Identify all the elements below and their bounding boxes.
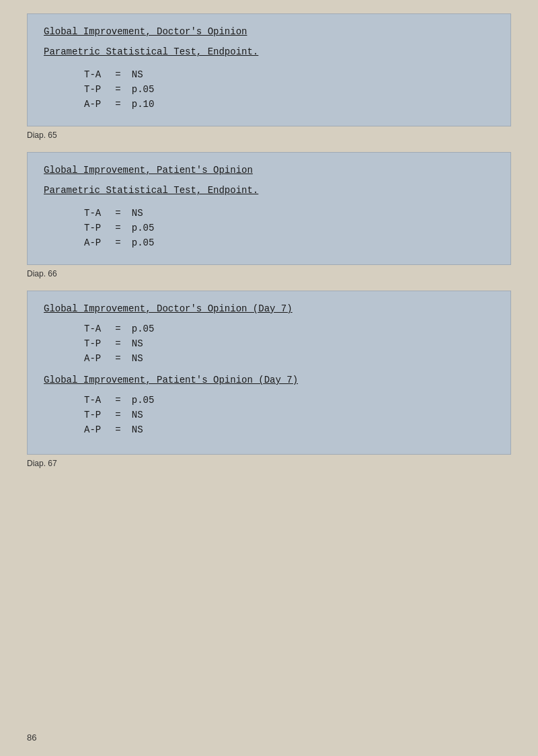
- card-3-row-2-3-key: A-P: [84, 424, 104, 435]
- card-1-row-2: T-P = p.05: [44, 84, 494, 95]
- card-2-row-1-key: T-A: [84, 208, 104, 219]
- card-3-title-1: Global Improvement, Doctor's Opinion (Da…: [44, 303, 494, 314]
- card-1-row-2-eq: =: [110, 84, 126, 95]
- card-3: Global Improvement, Doctor's Opinion (Da…: [27, 291, 511, 455]
- card-3-row-2-2-eq: =: [110, 410, 126, 420]
- card-2-row-2-key: T-P: [84, 223, 104, 233]
- card-3-section-2: Global Improvement, Patient's Opinion (D…: [44, 375, 494, 435]
- card-2-row-3-val: p.05: [132, 237, 155, 248]
- card-1-row-1-eq: =: [110, 69, 126, 80]
- card-3-row-2-1-eq: =: [110, 395, 126, 406]
- card-3-row-1-3-eq: =: [110, 353, 126, 364]
- page-number: 86: [27, 732, 36, 743]
- diap-3: Diap. 67: [27, 459, 511, 468]
- card-1-row-3-val: p.10: [132, 99, 155, 110]
- card-1-row-1-key: T-A: [84, 69, 104, 80]
- card-3-row-2-1-val: p.05: [132, 395, 155, 406]
- card-2-subtitle: Parametric Statistical Test, Endpoint.: [44, 185, 494, 196]
- card-2-row-2-val: p.05: [132, 223, 155, 233]
- card-3-row-2-2: T-P = NS: [44, 410, 494, 420]
- card-3-row-2-2-key: T-P: [84, 410, 104, 420]
- card-1-row-2-key: T-P: [84, 84, 104, 95]
- card-1-row-3-key: A-P: [84, 99, 104, 110]
- card-1-row-3: A-P = p.10: [44, 99, 494, 110]
- card-3-row-1-1-val: p.05: [132, 324, 155, 334]
- card-3-row-1-1-key: T-A: [84, 324, 104, 334]
- card-3-row-2-3-eq: =: [110, 424, 126, 435]
- card-3-row-1-2-key: T-P: [84, 338, 104, 349]
- card-2-row-2: T-P = p.05: [44, 223, 494, 233]
- card-3-row-1-3: A-P = NS: [44, 353, 494, 364]
- card-3-row-1-1: T-A = p.05: [44, 324, 494, 334]
- card-3-row-1-3-key: A-P: [84, 353, 104, 364]
- card-1: Global Improvement, Doctor's Opinion Par…: [27, 13, 511, 126]
- card-3-row-1-2-val: NS: [132, 338, 143, 349]
- card-3-row-1-1-eq: =: [110, 324, 126, 334]
- card-3-row-2-2-val: NS: [132, 410, 143, 420]
- card-1-row-2-val: p.05: [132, 84, 155, 95]
- card-2-row-1: T-A = NS: [44, 208, 494, 219]
- card-1-row-3-eq: =: [110, 99, 126, 110]
- card-3-section-1: Global Improvement, Doctor's Opinion (Da…: [44, 303, 494, 364]
- card-1-subtitle: Parametric Statistical Test, Endpoint.: [44, 46, 494, 57]
- card-1-title: Global Improvement, Doctor's Opinion: [44, 26, 494, 37]
- card-1-row-1: T-A = NS: [44, 69, 494, 80]
- card-3-title-2: Global Improvement, Patient's Opinion (D…: [44, 375, 494, 385]
- card-2-title: Global Improvement, Patient's Opinion: [44, 165, 494, 176]
- card-3-row-2-3: A-P = NS: [44, 424, 494, 435]
- card-3-row-2-1-key: T-A: [84, 395, 104, 406]
- card-2-row-3: A-P = p.05: [44, 237, 494, 248]
- card-2-row-1-eq: =: [110, 208, 126, 219]
- card-3-row-2-3-val: NS: [132, 424, 143, 435]
- card-3-row-1-3-val: NS: [132, 353, 143, 364]
- card-1-row-1-val: NS: [132, 69, 143, 80]
- card-2-row-3-key: A-P: [84, 237, 104, 248]
- card-2-row-2-eq: =: [110, 223, 126, 233]
- diap-2: Diap. 66: [27, 269, 511, 278]
- card-3-row-1-2: T-P = NS: [44, 338, 494, 349]
- card-3-row-1-2-eq: =: [110, 338, 126, 349]
- card-3-row-2-1: T-A = p.05: [44, 395, 494, 406]
- card-2-row-1-val: NS: [132, 208, 143, 219]
- diap-1: Diap. 65: [27, 130, 511, 140]
- card-2-row-3-eq: =: [110, 237, 126, 248]
- card-2: Global Improvement, Patient's Opinion Pa…: [27, 152, 511, 265]
